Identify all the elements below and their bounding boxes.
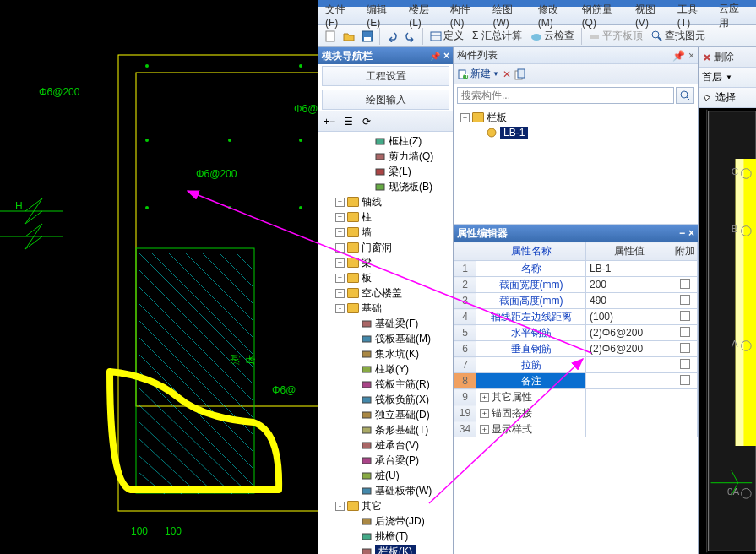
property-row[interactable]: 7拉筋 [454, 357, 698, 373]
tree-item[interactable]: 后浇带(JD) [318, 513, 453, 529]
tree-item[interactable]: +板 [318, 270, 453, 285]
tree-item[interactable]: +柱 [318, 209, 453, 225]
svg-line-16 [139, 439, 199, 494]
tree-item[interactable]: +空心楼盖 [318, 285, 453, 301]
tree-item[interactable]: 框柱(Z) [318, 133, 453, 149]
menu-cloud[interactable]: 云应用 [715, 0, 753, 32]
tree-item[interactable]: 桩承台(V) [318, 437, 453, 453]
floor-selector[interactable]: 首层▼ [699, 68, 756, 88]
component-toolbar: +新建▼ ✕ [454, 64, 698, 84]
tree-item[interactable]: +墙 [318, 225, 453, 240]
tree-item[interactable]: 集水坑(K) [318, 346, 453, 361]
property-row[interactable]: 3截面高度(mm)490 [454, 293, 698, 309]
right-toolbar: 删除 [699, 47, 756, 68]
property-row[interactable]: 4轴线距左边线距离(100) [454, 309, 698, 325]
tree-item[interactable]: 筏板基础(M) [318, 331, 453, 346]
tree-item[interactable]: 筏板负筋(X) [318, 392, 453, 407]
property-row[interactable]: 2截面宽度(mm)200 [454, 277, 698, 293]
pin-icon[interactable]: 📌 [672, 50, 685, 62]
svg-point-34 [299, 206, 302, 209]
tree-item[interactable]: 筏板主筋(R) [318, 377, 453, 392]
search-row [454, 84, 698, 106]
sum-button[interactable]: Σ 汇总计算 [469, 27, 525, 46]
project-settings-button[interactable]: 工程设置 [322, 66, 449, 86]
property-row[interactable]: 34+显示样式 [454, 421, 698, 437]
pin-icon[interactable]: 📌 [430, 52, 440, 61]
tree-item[interactable]: 条形基础(T) [318, 422, 453, 437]
svg-rect-75 [736, 159, 744, 446]
tree-item[interactable]: +梁 [318, 255, 453, 270]
save-icon[interactable] [359, 28, 376, 45]
new-icon[interactable] [322, 28, 339, 45]
property-row[interactable]: 8备注 [454, 373, 698, 389]
select-mode-button[interactable]: 选择 [699, 88, 756, 108]
delete-button[interactable]: 删除 [702, 50, 734, 64]
svg-text:C: C [732, 166, 738, 177]
find-graph-button[interactable]: 查找图元 [648, 27, 709, 46]
define-button[interactable]: 定义 [427, 27, 467, 46]
property-row[interactable]: 9+其它属性 [454, 389, 698, 405]
close-icon[interactable]: × [688, 50, 694, 62]
property-table[interactable]: 属性名称 属性值 附加 1名称LB-12截面宽度(mm)2003截面高度(mm)… [454, 242, 698, 554]
right-canvas[interactable]: C B A 0A [699, 108, 756, 554]
property-row[interactable]: 1名称LB-1 [454, 261, 698, 277]
cloud-check-button[interactable]: 云检查 [527, 27, 578, 46]
tree-item[interactable]: 挑檐(T) [318, 529, 453, 544]
expand-icon[interactable]: +− [322, 114, 337, 129]
open-icon[interactable] [340, 28, 357, 45]
tree-item[interactable]: +门窗洞 [318, 240, 453, 255]
tree-item[interactable]: -基础 [318, 301, 453, 316]
dim-text-2: Φ6@200 [196, 168, 237, 180]
search-icon[interactable] [676, 87, 694, 104]
new-component-button[interactable]: +新建▼ [457, 67, 499, 81]
dim-100-a: 100 [131, 525, 148, 537]
property-row[interactable]: 19+锚固搭接 [454, 405, 698, 421]
close-icon[interactable]: × [443, 50, 449, 62]
dim-100-b: 100 [165, 525, 182, 537]
tree-item[interactable]: 梁(L) [318, 164, 453, 179]
svg-point-71 [487, 128, 496, 137]
svg-rect-57 [362, 458, 371, 464]
tree-item[interactable]: 基础梁(F) [318, 316, 453, 331]
close-icon[interactable]: × [688, 227, 694, 239]
tree-item[interactable]: 独立基础(D) [318, 407, 453, 422]
undo-icon[interactable] [383, 28, 400, 45]
property-row[interactable]: 5水平钢筋(2)Φ6@200 [454, 325, 698, 341]
property-row[interactable]: 6垂直钢筋(2)Φ6@200 [454, 341, 698, 357]
tree-item[interactable]: 剪力墙(Q) [318, 149, 453, 164]
tree-item[interactable]: 现浇板(B) [318, 179, 453, 194]
tree-item[interactable]: 基础板带(W) [318, 483, 453, 498]
copy-component-icon[interactable] [514, 68, 526, 80]
search-input[interactable] [457, 87, 674, 104]
svg-rect-37 [364, 37, 371, 41]
tree-item[interactable]: -其它 [318, 498, 453, 513]
tree-item[interactable]: 柱墩(Y) [318, 361, 453, 377]
tree-root-lanban[interactable]: −栏板 [457, 110, 694, 125]
svg-rect-0 [118, 55, 318, 511]
tree-item[interactable]: 栏板(K) [318, 544, 453, 554]
tree-toolbar: +− ☰ ⟳ [318, 111, 453, 132]
svg-line-15 [139, 422, 215, 494]
menu-edit[interactable]: 编辑(E) [363, 1, 404, 30]
svg-line-23 [220, 253, 253, 287]
svg-rect-49 [362, 336, 371, 342]
menu-file[interactable]: 文件(F) [322, 1, 362, 30]
delete-component-icon[interactable]: ✕ [503, 68, 511, 80]
nav-tree[interactable]: 框柱(Z)剪力墙(Q)梁(L)现浇板(B)+轴线+柱+墙+门窗洞+梁+板+空心楼… [318, 132, 453, 554]
svg-rect-51 [362, 367, 371, 372]
collapse-icon[interactable]: ☰ [340, 114, 356, 129]
redo-icon[interactable] [402, 28, 419, 45]
component-tree[interactable]: −栏板 LB-1 [454, 106, 698, 225]
refresh-icon[interactable]: ⟳ [359, 114, 374, 129]
tree-item[interactable]: 承台梁(P) [318, 453, 453, 468]
svg-line-22 [203, 253, 253, 304]
flat-slab-button[interactable]: 平齐板顶 [585, 27, 646, 46]
main-toolbar: 定义 Σ 汇总计算 云检查 平齐板顶 查找图元 [318, 25, 756, 47]
drawing-input-button[interactable]: 绘图输入 [322, 90, 449, 110]
svg-line-5 [139, 253, 253, 367]
svg-rect-53 [362, 397, 371, 403]
tree-item[interactable]: +轴线 [318, 194, 453, 209]
svg-rect-35 [326, 31, 334, 41]
tree-item[interactable]: 桩(U) [318, 468, 453, 483]
tree-item-lb1[interactable]: LB-1 [457, 125, 694, 140]
